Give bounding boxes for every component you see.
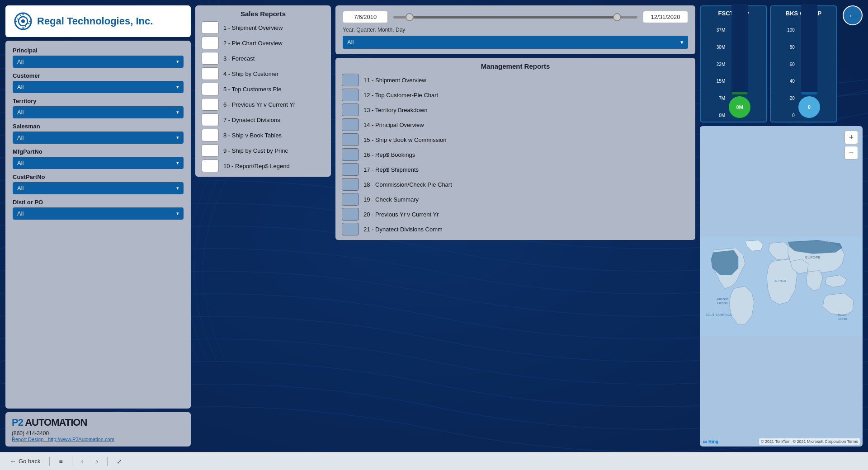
filter-custpartno: CustPartNo All ▾ bbox=[13, 174, 184, 194]
mgmt-checkbox-14[interactable] bbox=[342, 118, 359, 131]
zoom-plus-button[interactable]: + bbox=[844, 131, 858, 144]
chevron-right-icon: › bbox=[96, 458, 98, 465]
bks-bulb: 0 bbox=[798, 96, 820, 118]
chevron-down-icon: ▾ bbox=[176, 109, 179, 115]
report-item-5: 5 - Top Customers Pie bbox=[202, 83, 325, 95]
report-checkbox-9[interactable] bbox=[202, 144, 219, 157]
mgmt-item-15: 15 - Ship v Book w Commission bbox=[342, 133, 689, 146]
taskbar: ← Go back ≡ ‹ › ⤢ bbox=[0, 452, 868, 470]
report-checkbox-10[interactable] bbox=[202, 160, 219, 172]
mgmt-item-14: 14 - Principal Overview bbox=[342, 118, 689, 131]
mgmt-checkbox-16[interactable] bbox=[342, 148, 359, 161]
p2-logo-area: P2 AUTOMATION (860) 414-3400 Report Desi… bbox=[5, 412, 191, 446]
report-checkbox-8[interactable] bbox=[202, 129, 219, 141]
report-checkbox-6[interactable] bbox=[202, 98, 219, 111]
distipo-label: Disti or PO bbox=[13, 199, 184, 206]
mgmt-checkbox-21[interactable] bbox=[342, 223, 359, 235]
report-label-6: 6 - Previous Yr v Current Yr bbox=[223, 101, 295, 108]
filter-distipo: Disti or PO All ▾ bbox=[13, 199, 184, 220]
mgmt-checkbox-18[interactable] bbox=[342, 178, 359, 191]
report-checkbox-7[interactable] bbox=[202, 113, 219, 126]
date-slider[interactable] bbox=[393, 16, 637, 19]
taskbar-separator-3 bbox=[107, 457, 108, 466]
mgmt-item-20: 20 - Previous Yr v Current Yr bbox=[342, 208, 689, 221]
report-item-9: 9 - Ship by Cust by Princ bbox=[202, 144, 325, 157]
mgmt-checkbox-19[interactable] bbox=[342, 193, 359, 206]
fsct-bar bbox=[731, 4, 748, 94]
report-label-5: 5 - Top Customers Pie bbox=[223, 86, 281, 93]
principal-select[interactable]: All ▾ bbox=[13, 56, 184, 68]
report-label-7: 7 - Dynatect Divisions bbox=[223, 117, 280, 123]
fullscreen-button[interactable]: ⤢ bbox=[113, 456, 126, 467]
mgmt-label-18: 18 - Commission/Check Pie Chart bbox=[363, 181, 452, 188]
date-filter-panel: 7/6/2010 12/31/2020 Year, Quarter, Month… bbox=[335, 5, 695, 54]
svg-text:Atlantic: Atlantic bbox=[717, 297, 728, 301]
mgmt-label-17: 17 - Rep$ Shipments bbox=[363, 166, 419, 173]
report-item-7: 7 - Dynatect Divisions bbox=[202, 113, 325, 126]
bks-scale: 100 80 60 40 20 0 bbox=[787, 28, 795, 118]
svg-text:AFRICA: AFRICA bbox=[774, 279, 786, 282]
report-item-4: 4 - Ship by Customer bbox=[202, 67, 325, 80]
principal-label: Principal bbox=[13, 47, 184, 54]
mgmt-label-14: 14 - Principal Overview bbox=[363, 122, 424, 128]
fullscreen-icon: ⤢ bbox=[117, 458, 122, 465]
report-item-6: 6 - Previous Yr v Current Yr bbox=[202, 98, 325, 111]
mgmt-checkbox-17[interactable] bbox=[342, 163, 359, 176]
p2-link[interactable]: Report Design - http://www.P2Automation.… bbox=[12, 437, 184, 442]
filter-mfgpartno: MfgPartNo All ▾ bbox=[13, 148, 184, 169]
chevron-down-icon: ▾ bbox=[176, 211, 179, 216]
territory-label: Territory bbox=[13, 98, 184, 104]
mgmt-label-15: 15 - Ship v Book w Commission bbox=[363, 136, 447, 143]
bks-bar bbox=[801, 4, 817, 94]
salesman-label: Salesman bbox=[13, 123, 184, 130]
fsct-ship-container: 37M 30M 22M 15M 7M 0M 0M bbox=[717, 19, 750, 118]
menu-button[interactable]: ≡ bbox=[55, 456, 66, 467]
report-checkbox-2[interactable] bbox=[202, 37, 219, 49]
management-report-list: 11 - Shipment Overview 12 - Top Customer… bbox=[342, 74, 689, 235]
filters-panel: Principal All ▾ Customer All ▾ Territory… bbox=[5, 41, 191, 409]
mgmt-checkbox-13[interactable] bbox=[342, 103, 359, 116]
mfgpartno-select[interactable]: All ▾ bbox=[13, 157, 184, 169]
distipo-select[interactable]: All ▾ bbox=[13, 207, 184, 220]
report-checkbox-4[interactable] bbox=[202, 67, 219, 80]
report-label-8: 8 - Ship v Book Tables bbox=[223, 132, 282, 139]
back-arrow-icon: ← bbox=[10, 458, 16, 465]
report-checkbox-3[interactable] bbox=[202, 52, 219, 65]
taskbar-separator-1 bbox=[49, 457, 50, 466]
mgmt-label-21: 21 - Dynatect Divisions Comm bbox=[363, 226, 443, 233]
mgmt-checkbox-15[interactable] bbox=[342, 133, 359, 146]
end-date[interactable]: 12/31/2020 bbox=[643, 11, 688, 23]
p2-phone: (860) 414-3400 bbox=[12, 430, 184, 437]
mgmt-checkbox-12[interactable] bbox=[342, 89, 359, 101]
zoom-minus-button[interactable]: − bbox=[844, 146, 858, 160]
mgmt-checkbox-11[interactable] bbox=[342, 74, 359, 86]
territory-select[interactable]: All ▾ bbox=[13, 106, 184, 118]
report-checkbox-5[interactable] bbox=[202, 83, 219, 95]
svg-text:Indian: Indian bbox=[838, 313, 846, 316]
go-back-label: Go back bbox=[19, 458, 40, 465]
go-back-button[interactable]: ← Go back bbox=[6, 456, 44, 467]
world-map: Atlantic Ocean SOUTH AMERICA AFRICA EURO… bbox=[700, 126, 863, 446]
mfgpartno-label: MfgPartNo bbox=[13, 148, 184, 155]
customer-select[interactable]: All ▾ bbox=[13, 81, 184, 93]
back-button[interactable]: ← bbox=[843, 5, 863, 25]
custpartno-select[interactable]: All ▾ bbox=[13, 182, 184, 194]
mgmt-checkbox-20[interactable] bbox=[342, 208, 359, 221]
start-date[interactable]: 7/6/2010 bbox=[343, 11, 388, 23]
back-arrow-icon: ← bbox=[848, 10, 857, 21]
management-reports-panel: Management Reports 11 - Shipment Overvie… bbox=[335, 58, 695, 240]
period-dropdown[interactable]: All ▾ bbox=[343, 36, 688, 49]
bks-ship-container: 100 80 60 40 20 0 0 bbox=[787, 19, 820, 118]
report-label-3: 3 - Forecast bbox=[223, 55, 255, 62]
next-button[interactable]: › bbox=[92, 456, 102, 467]
prev-button[interactable]: ‹ bbox=[78, 456, 87, 467]
chevron-down-icon: ▾ bbox=[176, 160, 179, 166]
report-checkbox-1[interactable] bbox=[202, 21, 219, 34]
filter-customer: Customer All ▾ bbox=[13, 72, 184, 93]
mgmt-label-12: 12 - Top Customer-Pie Chart bbox=[363, 92, 438, 99]
mgmt-item-11: 11 - Shipment Overview bbox=[342, 74, 689, 86]
salesman-select[interactable]: All ▾ bbox=[13, 132, 184, 144]
mgmt-item-13: 13 - Territory Breakdown bbox=[342, 103, 689, 116]
mgmt-item-17: 17 - Rep$ Shipments bbox=[342, 163, 689, 176]
svg-text:Ocean: Ocean bbox=[717, 301, 728, 305]
